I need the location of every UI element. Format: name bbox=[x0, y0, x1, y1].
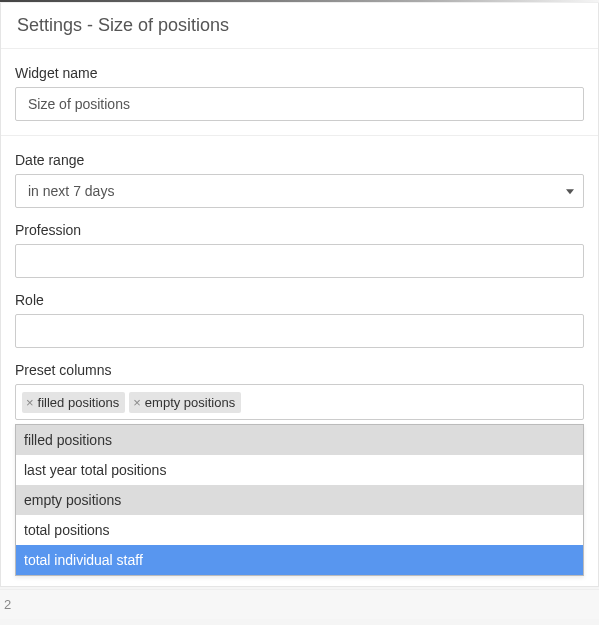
footer-char: 2 bbox=[4, 597, 11, 612]
preset-columns-dropdown: filled positions last year total positio… bbox=[15, 424, 584, 576]
tag-empty-positions[interactable]: × empty positions bbox=[129, 392, 241, 413]
date-range-group: Date range in next 7 days bbox=[15, 152, 584, 208]
profession-label: Profession bbox=[15, 222, 584, 238]
dropdown-item-empty-positions[interactable]: empty positions bbox=[16, 485, 583, 515]
close-icon[interactable]: × bbox=[133, 396, 143, 409]
dropdown-item-total-individual-staff[interactable]: total individual staff bbox=[16, 545, 583, 575]
widget-name-group: Widget name bbox=[15, 65, 584, 121]
widget-name-label: Widget name bbox=[15, 65, 584, 81]
preset-columns-input[interactable]: × filled positions × empty positions bbox=[15, 384, 584, 420]
preset-columns-label: Preset columns bbox=[15, 362, 584, 378]
date-range-label: Date range bbox=[15, 152, 584, 168]
panel-body: Widget name Date range in next 7 days Pr… bbox=[1, 49, 598, 586]
dropdown-item-last-year-total-positions[interactable]: last year total positions bbox=[16, 455, 583, 485]
tag-label: filled positions bbox=[38, 395, 120, 410]
footer-area: 2 bbox=[0, 589, 599, 619]
date-range-select[interactable]: in next 7 days bbox=[15, 174, 584, 208]
role-input[interactable] bbox=[15, 314, 584, 348]
tag-filled-positions[interactable]: × filled positions bbox=[22, 392, 125, 413]
tag-label: empty positions bbox=[145, 395, 235, 410]
role-group: Role bbox=[15, 292, 584, 348]
settings-panel: Settings - Size of positions Widget name… bbox=[0, 3, 599, 587]
date-range-select-wrap: in next 7 days bbox=[15, 174, 584, 208]
profession-group: Profession bbox=[15, 222, 584, 278]
dropdown-item-filled-positions[interactable]: filled positions bbox=[16, 425, 583, 455]
dropdown-item-total-positions[interactable]: total positions bbox=[16, 515, 583, 545]
preset-columns-group: Preset columns × filled positions × empt… bbox=[15, 362, 584, 576]
role-label: Role bbox=[15, 292, 584, 308]
close-icon[interactable]: × bbox=[26, 396, 36, 409]
profession-input[interactable] bbox=[15, 244, 584, 278]
widget-name-input[interactable] bbox=[15, 87, 584, 121]
divider bbox=[1, 135, 598, 136]
panel-title: Settings - Size of positions bbox=[1, 3, 598, 49]
